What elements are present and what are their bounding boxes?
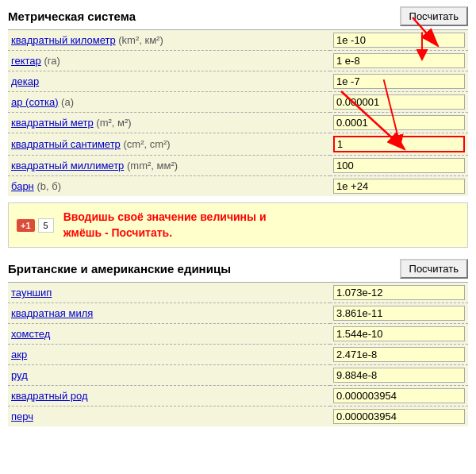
- info-text-line2: жмёшь - Посчитать.: [63, 226, 172, 239]
- metric-row: квадратный километр (km², км²): [8, 30, 468, 51]
- british-unit-value-cell: [330, 324, 468, 345]
- metric-title: Метрическая система: [8, 10, 136, 23]
- metric-unit-abbr: (m², м²): [96, 117, 131, 129]
- british-calc-button[interactable]: Посчитать: [400, 259, 468, 279]
- british-row: тауншип: [8, 283, 468, 303]
- metric-unit-value-cell: [330, 156, 468, 176]
- metric-unit-value-input[interactable]: [333, 158, 465, 173]
- metric-unit-value-cell: [330, 176, 468, 197]
- british-unit-link[interactable]: хомстед: [11, 328, 50, 340]
- british-unit-value-cell: [330, 283, 468, 303]
- british-unit-name-cell: перч: [8, 407, 330, 427]
- metric-unit-name-cell: квадратный метр (m², м²): [8, 113, 330, 133]
- metric-unit-value-input[interactable]: [333, 136, 465, 152]
- metric-unit-name-cell: декар: [8, 71, 330, 92]
- british-table: тауншип квадратная миля хомстед акр: [8, 282, 468, 426]
- british-unit-link[interactable]: тауншип: [11, 287, 52, 299]
- british-unit-value-input[interactable]: [333, 326, 465, 341]
- metric-unit-abbr: (mm², мм²): [127, 160, 178, 171]
- info-text-line1: Вводишь своё значение величины и: [63, 210, 267, 223]
- metric-table-container: квадратный километр (km², км²) гектар (г…: [8, 29, 468, 196]
- british-unit-value-cell: [330, 386, 468, 407]
- metric-row: гектар (га): [8, 51, 468, 71]
- metric-row: квадратный сантиметр (cm², cm²): [8, 133, 468, 156]
- metric-unit-value-input[interactable]: [333, 74, 465, 89]
- metric-unit-abbr: (а): [61, 96, 74, 108]
- metric-unit-value-input[interactable]: [333, 94, 465, 110]
- metric-unit-link[interactable]: барн: [11, 180, 34, 192]
- metric-unit-link[interactable]: гектар: [11, 55, 41, 67]
- british-unit-value-input[interactable]: [333, 388, 465, 403]
- british-row: руд: [8, 365, 468, 386]
- metric-unit-abbr: (cm², cm²): [123, 138, 170, 150]
- british-row: акр: [8, 345, 468, 365]
- metric-unit-link[interactable]: квадратный километр: [11, 34, 116, 46]
- info-text: Вводишь своё значение величины и жмёшь -…: [63, 210, 267, 241]
- metric-unit-value-cell: [330, 30, 468, 51]
- metric-unit-link[interactable]: квадратный миллиметр: [11, 160, 124, 171]
- metric-unit-name-cell: ар (сотка) (а): [8, 92, 330, 113]
- metric-unit-name-cell: гектар (га): [8, 51, 330, 71]
- metric-unit-value-cell: [330, 113, 468, 133]
- british-unit-name-cell: хомстед: [8, 324, 330, 345]
- info-box: +1 5 Вводишь своё значение величины и жм…: [8, 202, 468, 248]
- metric-unit-link[interactable]: декар: [11, 75, 39, 87]
- british-row: квадратная миля: [8, 303, 468, 324]
- metric-unit-abbr: (b, б): [36, 180, 61, 192]
- british-unit-name-cell: тауншип: [8, 283, 330, 303]
- british-row: квадратный род: [8, 386, 468, 407]
- gplus-widget: +1 5: [17, 218, 54, 233]
- metric-row: квадратный миллиметр (mm², мм²): [8, 156, 468, 176]
- british-unit-value-cell: [330, 345, 468, 365]
- metric-unit-name-cell: квадратный сантиметр (cm², cm²): [8, 133, 330, 156]
- metric-unit-abbr: (km², км²): [118, 34, 163, 46]
- metric-unit-value-cell: [330, 133, 468, 156]
- british-row: перч: [8, 407, 468, 427]
- metric-row: декар: [8, 71, 468, 92]
- british-unit-link[interactable]: квадратная миля: [11, 307, 93, 319]
- british-unit-name-cell: квадратная миля: [8, 303, 330, 324]
- british-title: Британские и американские единицы: [8, 262, 231, 276]
- metric-unit-link[interactable]: ар (сотка): [11, 96, 58, 108]
- metric-unit-value-input[interactable]: [333, 115, 465, 130]
- metric-unit-link[interactable]: квадратный метр: [11, 117, 94, 129]
- british-unit-value-input[interactable]: [333, 368, 465, 383]
- metric-row: квадратный метр (m², м²): [8, 113, 468, 133]
- metric-unit-abbr: (га): [44, 55, 60, 67]
- metric-table: квадратный километр (km², км²) гектар (г…: [8, 29, 468, 196]
- british-unit-value-cell: [330, 303, 468, 324]
- british-unit-value-input[interactable]: [333, 306, 465, 321]
- gplus-button[interactable]: +1: [17, 219, 35, 232]
- metric-unit-value-input[interactable]: [333, 179, 465, 194]
- british-unit-value-cell: [330, 407, 468, 427]
- metric-row: барн (b, б): [8, 176, 468, 197]
- metric-row: ар (сотка) (а): [8, 92, 468, 113]
- gplus-count: 5: [38, 218, 54, 233]
- british-unit-value-cell: [330, 365, 468, 386]
- metric-unit-value-input[interactable]: [333, 33, 465, 48]
- british-unit-value-input[interactable]: [333, 409, 465, 424]
- british-unit-link[interactable]: руд: [11, 369, 28, 381]
- british-unit-name-cell: акр: [8, 345, 330, 365]
- british-unit-link[interactable]: акр: [11, 349, 27, 360]
- metric-unit-value-cell: [330, 51, 468, 71]
- metric-unit-value-cell: [330, 71, 468, 92]
- metric-calc-button[interactable]: Посчитать: [400, 6, 468, 26]
- british-unit-value-input[interactable]: [333, 347, 465, 362]
- metric-unit-name-cell: квадратный километр (km², км²): [8, 30, 330, 51]
- british-unit-value-input[interactable]: [333, 285, 465, 300]
- metric-unit-value-input[interactable]: [333, 53, 465, 68]
- british-unit-link[interactable]: квадратный род: [11, 390, 88, 402]
- metric-unit-name-cell: барн (b, б): [8, 176, 330, 197]
- metric-unit-name-cell: квадратный миллиметр (mm², мм²): [8, 156, 330, 176]
- british-unit-name-cell: квадратный род: [8, 386, 330, 407]
- metric-unit-value-cell: [330, 92, 468, 113]
- british-row: хомстед: [8, 324, 468, 345]
- british-unit-name-cell: руд: [8, 365, 330, 386]
- metric-unit-link[interactable]: квадратный сантиметр: [11, 138, 121, 150]
- british-unit-link[interactable]: перч: [11, 410, 33, 422]
